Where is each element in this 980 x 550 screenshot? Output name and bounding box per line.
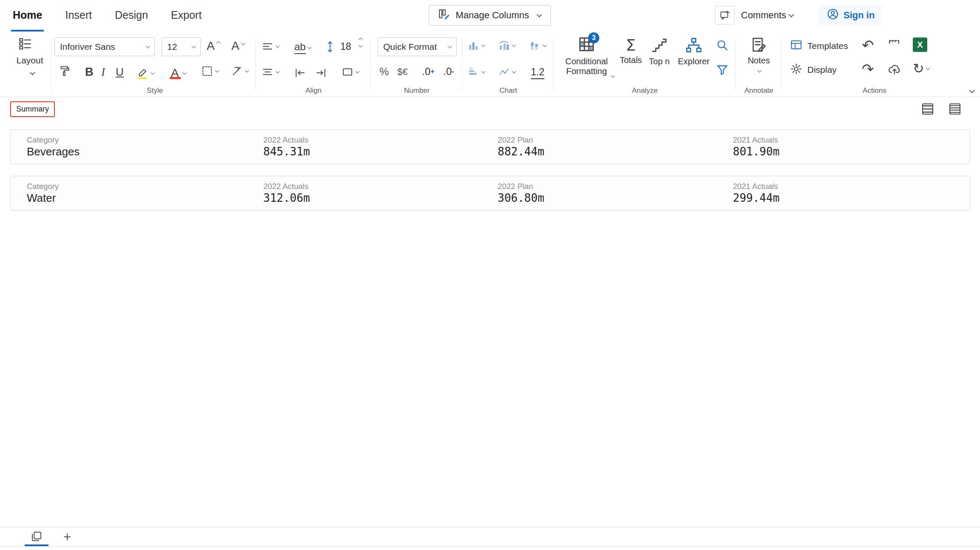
tab-export[interactable]: Export <box>169 0 203 32</box>
summary-card-water[interactable]: Category Water 2022 Actuals 312.06m 2022… <box>10 176 970 211</box>
chevron-down-icon <box>146 44 150 49</box>
filter-button[interactable] <box>715 63 729 77</box>
font-size-select[interactable]: 12 <box>162 37 201 56</box>
field-value: Water <box>27 192 56 205</box>
chevron-down-icon <box>758 69 762 73</box>
italic-button[interactable]: I <box>101 66 105 79</box>
chevron-down-icon <box>537 12 542 17</box>
add-comment-button[interactable] <box>715 6 735 25</box>
display-button[interactable]: Display <box>789 62 837 77</box>
upload-button[interactable] <box>887 62 902 77</box>
top-n-button[interactable]: Top n <box>646 36 673 66</box>
tab-home[interactable]: Home <box>11 0 44 32</box>
percent-glyph: % <box>379 66 389 78</box>
tab-design[interactable]: Design <box>113 0 150 32</box>
chevron-down-icon <box>512 69 516 74</box>
shrink-font-letter: A <box>231 39 239 53</box>
search-button[interactable] <box>715 38 729 52</box>
underline-button[interactable]: U <box>116 66 124 79</box>
merge-cells-button[interactable] <box>341 66 360 78</box>
refresh-button[interactable]: ↻ <box>913 60 930 77</box>
font-color-button[interactable]: A <box>168 65 187 82</box>
bold-glyph: B <box>85 66 94 79</box>
field-label: 2022 Actuals <box>263 182 308 191</box>
decrease-font-button[interactable]: A <box>231 39 245 53</box>
chevron-down-icon <box>543 43 547 47</box>
align-group-label: Align <box>257 86 370 95</box>
wrap-text-button[interactable]: ab <box>294 41 312 54</box>
chevron-down-icon[interactable] <box>30 70 35 75</box>
row-height-stepper[interactable] <box>359 38 362 47</box>
format-painter-button[interactable] <box>58 65 71 77</box>
bold-button[interactable]: B <box>85 66 94 79</box>
highlight-color-button[interactable] <box>136 65 155 82</box>
manage-columns-button[interactable]: Manage Columns <box>429 5 551 26</box>
increase-decimal-button[interactable]: .0+ <box>422 66 434 77</box>
tab-insert[interactable]: Insert <box>63 0 94 32</box>
undo-button[interactable]: ↶ <box>862 37 874 54</box>
sparkline-button[interactable] <box>498 66 516 78</box>
stacked-chart-button[interactable] <box>528 39 547 52</box>
increase-font-button[interactable]: A <box>207 39 221 53</box>
field-label: 2021 Actuals <box>733 182 778 191</box>
group-divider <box>462 38 462 90</box>
row-height-value[interactable]: 18 <box>340 41 351 52</box>
vertical-align-button[interactable] <box>261 66 280 78</box>
sign-in-button[interactable]: Sign in <box>819 5 882 26</box>
increase-indent-button[interactable] <box>315 66 328 79</box>
chevron-up-icon[interactable] <box>359 38 363 42</box>
chevron-down-icon <box>182 71 187 75</box>
add-page-button[interactable]: + <box>58 527 77 546</box>
ribbon-group-align: ab 18 Align <box>257 32 370 97</box>
currency-format-button[interactable]: $€ <box>397 66 407 77</box>
user-icon <box>826 8 839 23</box>
collapse-ribbon-button[interactable] <box>970 89 974 92</box>
bar-chart-button[interactable] <box>467 39 486 52</box>
percent-format-button[interactable]: % <box>379 66 389 78</box>
totals-button[interactable]: Σ Totals <box>618 36 644 65</box>
ribbon-group-layout: Layout <box>9 32 51 97</box>
annotate-group-label: Annotate <box>737 86 781 95</box>
group-divider <box>51 38 51 90</box>
actions-group-label: Actions <box>783 86 966 95</box>
summary-tab[interactable]: Summary <box>10 101 55 117</box>
horizontal-align-button[interactable] <box>261 40 280 53</box>
field-value: Beverages <box>27 145 80 158</box>
decrease-indent-button[interactable] <box>293 66 306 79</box>
comments-button[interactable]: Comments <box>741 6 794 25</box>
explorer-button[interactable]: Explorer <box>675 36 712 66</box>
explorer-label: Explorer <box>678 57 709 66</box>
conditional-formatting-button[interactable]: 3 Conditional Formatting <box>561 35 612 76</box>
add-comment-icon <box>719 9 731 22</box>
chevron-down-icon <box>481 43 486 47</box>
export-excel-button[interactable]: X <box>913 37 927 52</box>
data-labels-button[interactable]: 1.2 <box>531 66 544 79</box>
ribbon-group-number: Quick Format % $€ .0+ .0- Number <box>372 32 462 97</box>
notes-button[interactable]: Notes <box>737 36 781 73</box>
borders-button[interactable] <box>201 65 219 77</box>
combo-chart-button[interactable] <box>498 39 516 52</box>
field-value: 299.44m <box>733 192 780 204</box>
group-divider <box>781 38 781 90</box>
ribbon-group-annotate: Notes Annotate <box>737 32 781 97</box>
font-family-select[interactable]: Inforiver Sans <box>54 37 155 56</box>
clear-format-button[interactable] <box>231 65 249 77</box>
active-page-tab[interactable] <box>25 528 48 545</box>
chevron-down-icon <box>448 44 452 49</box>
templates-button[interactable]: Templates <box>789 38 848 53</box>
table-chart-button[interactable] <box>467 66 486 78</box>
refresh-icon: ↻ <box>913 60 924 77</box>
layout-button[interactable] <box>18 37 32 51</box>
data-label-glyph: 1.2 <box>531 66 544 79</box>
compact-card-view-button[interactable] <box>946 100 964 117</box>
chevron-down-icon[interactable] <box>359 43 363 48</box>
summary-card-beverages[interactable]: Category Beverages 2022 Actuals 845.31m … <box>10 129 970 164</box>
conditional-label-2: Formatting <box>566 66 607 76</box>
field-label: 2022 Plan <box>498 135 533 145</box>
selection-ruler-button[interactable] <box>887 38 901 52</box>
quick-format-label: Quick Format <box>383 42 437 52</box>
redo-button[interactable]: ↷ <box>862 60 874 77</box>
single-card-view-button[interactable] <box>919 100 937 117</box>
decrease-decimal-button[interactable]: .0- <box>443 66 454 77</box>
quick-format-select[interactable]: Quick Format <box>378 37 457 56</box>
